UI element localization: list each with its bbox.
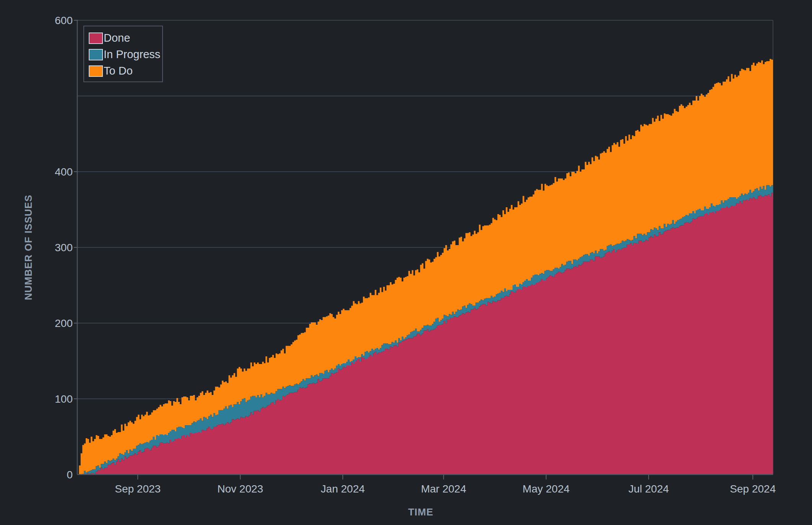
- y-tick-label-200: 200: [55, 317, 73, 329]
- legend-swatch-to-do: [89, 65, 103, 77]
- area-layer: [77, 55, 773, 475]
- y-tick-label-300: 300: [55, 242, 73, 254]
- y-tick-label-600: 600: [55, 15, 73, 26]
- x-tick-label-sep-2024: Sep 2024: [730, 483, 776, 495]
- x-tick-label-nov-2023: Nov 2023: [217, 483, 263, 495]
- x-axis-title: TIME: [408, 506, 433, 518]
- x-tick-label-may-2024: May 2024: [522, 483, 570, 495]
- x-tick-label-jul-2024: Jul 2024: [628, 483, 669, 495]
- legend: Done In Progress To Do: [83, 26, 163, 82]
- legend-label-done: Done: [104, 33, 130, 44]
- legend-label-to-do: To Do: [104, 65, 133, 76]
- y-tick-label-0: 0: [67, 469, 73, 481]
- y-tick-label-100: 100: [55, 393, 73, 405]
- x-tick-label-sep-2023: Sep 2023: [115, 483, 161, 495]
- x-tick-label-jan-2024: Jan 2024: [321, 483, 365, 495]
- y-tick-label-400: 400: [55, 166, 73, 178]
- y-axis-title: NUMBER OF ISSUES: [23, 195, 34, 300]
- legend-item-done[interactable]: Done: [89, 30, 162, 46]
- x-tick-label-mar-2024: Mar 2024: [421, 483, 466, 495]
- legend-swatch-done: [89, 33, 103, 44]
- legend-item-in-progress[interactable]: In Progress: [89, 46, 162, 63]
- legend-swatch-in-progress: [89, 49, 103, 60]
- legend-label-in-progress: In Progress: [104, 49, 160, 60]
- legend-item-to-do[interactable]: To Do: [89, 63, 162, 79]
